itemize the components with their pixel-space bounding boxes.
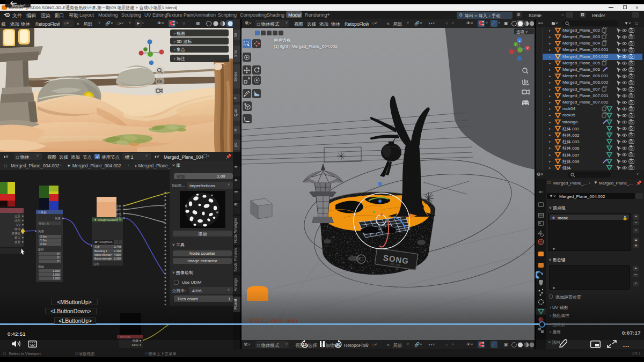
svg-text:1.000: 1.000 [53,277,60,280]
svg-text:灰度: 灰度 [94,245,100,249]
svg-text:˅ 映射: ˅ 映射 [38,211,47,214]
svg-text:0°: 0° [57,260,60,263]
svg-text:位置: 位置 [14,215,21,218]
svg-text:旋转: 旋转 [38,248,45,252]
svg-text:▼ RoughNess004: ▼ RoughNess004 [94,218,118,221]
svg-text:Y: Y [515,43,517,46]
svg-text:法向: 法向 [14,219,20,223]
svg-text:X: X [526,47,529,50]
svg-text:0°: 0° [57,252,60,255]
svg-text:1.348: 1.348 [114,249,121,253]
svg-text:0.268: 0.268 [114,257,121,260]
svg-text:0.748: 0.748 [114,245,121,248]
svg-text:反射: 反射 [14,240,21,243]
svg-text:UV: UV [16,223,20,226]
svg-text:矢量: 矢量 [55,217,61,220]
svg-text:X 0m: X 0m [40,235,47,238]
svg-text:摄像机: 摄像机 [12,232,21,235]
svg-text:物体: 物体 [14,227,21,231]
svg-text:Blending 1: Blending 1 [94,249,107,253]
svg-text:类型: 点: 类型: 点 [39,222,49,225]
svg-text:Bump strength: Bump strength [94,257,112,260]
svg-text:1.000: 1.000 [53,269,60,272]
svg-text:窗口: 窗口 [14,236,20,240]
svg-text:结果: 结果 [115,204,122,208]
svg-text:0°: 0° [57,256,60,259]
svg-text:法向: 法向 [115,216,121,220]
svg-text:法向: 法向 [93,262,99,266]
svg-text:缩放: 缩放 [38,265,45,269]
svg-text:Y 0m: Y 0m [40,239,47,242]
svg-text:Z: Z [518,39,521,42]
svg-text:1.000: 1.000 [53,273,60,276]
svg-text:4.500: 4.500 [114,253,121,256]
svg-text:矢量: 矢量 [38,230,45,233]
svg-text:🖼˅ RoughNes..: 🖼˅ RoughNes.. [94,240,114,243]
svg-text:粗糙: 粗糙 [115,212,122,216]
svg-text:Mask intensity: Mask intensity [94,253,112,256]
svg-text:颜色: 颜色 [115,208,122,211]
svg-text:Z 0m: Z 0m [40,242,46,246]
